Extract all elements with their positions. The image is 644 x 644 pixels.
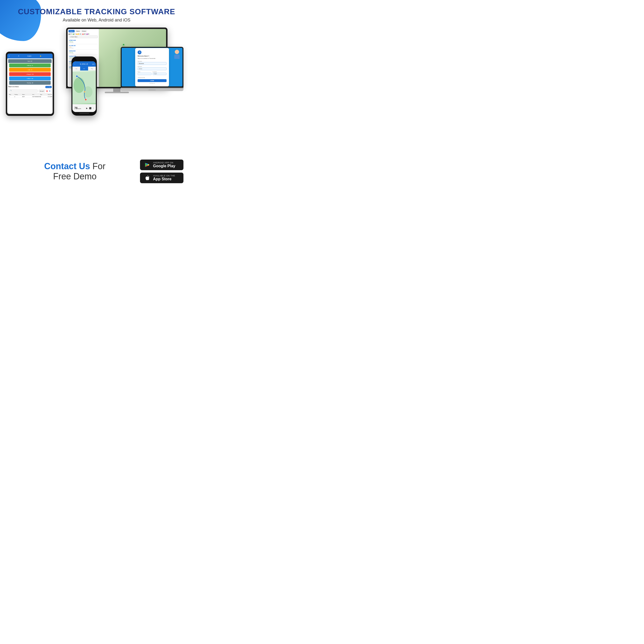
monitor-base [105,92,129,93]
store-badges-container: ANDROID APP ON Google Play Available on … [140,160,183,183]
phone-stop-icon[interactable]: ⬛ [89,107,91,109]
status-header: Object Live Status Up to Map [8,86,52,88]
phone-header: ← ta_drive_n1 ℹ ⚙ [72,61,96,67]
phone-share-icon[interactable]: ↑ [93,107,94,109]
monitor-tabs: Objects Clients Drivers [69,30,98,32]
moving-bar: ● Moving : 31 [9,63,51,67]
phone-screen: ← ta_drive_n1 ℹ ⚙ Log Info Play [72,61,96,112]
laptop-base [121,88,183,91]
back-icon[interactable]: ← [74,63,76,65]
tablet: ⊙ ☰ English 🔔 👤 Total : 427 ● Moving : 3… [6,52,54,116]
stat-stopped: 183 [82,33,86,35]
search-row: 🔍 Moving ▼ 🗑 ⬇ [8,89,52,93]
object-status-section: Object Live Status Up to Map 🔍 Moving ▼ … [7,85,53,99]
phone-play-icon[interactable]: ▶ [86,107,88,109]
svg-point-1 [74,77,85,93]
list-item: UP5BC3d56 ● Moving moments ago [69,39,98,44]
password-label: Password [138,66,167,67]
phone-frame: ← ta_drive_n1 ℹ ⚙ Log Info Play [71,56,97,116]
table-row: ✓ ● 8424* 354773360420272 vlt 07-3-2020 [8,96,52,98]
delete-icon[interactable]: 🗑 [46,90,48,92]
smartphone: ← ta_drive_n1 ℹ ⚙ Log Info Play [71,56,97,116]
idle-bar: ● Idle : 11 [9,68,51,72]
phone-settings-icon[interactable]: ⚙ [93,63,94,65]
svg-point-5 [84,91,85,93]
login-options-row: Server Language English [138,71,167,76]
table-search-input[interactable]: 🔍 [9,90,38,92]
monitor-neck [113,88,120,92]
list-item: AA-968-AW ● Idle moments ago [69,44,98,49]
main-title: CUSTOMIZABLE TRACKING SOFTWARE [5,7,188,16]
tablet-logo-icon: ⊙ [9,55,10,57]
stats-section: ● Moving : 31 ● Idle : 11 ● Stopped : 10… [7,63,53,85]
bottom-cta-section: Contact Us For Free Demo ANDROID APP ON … [0,150,193,193]
tablet-menu-icon[interactable]: ☰ [18,55,19,57]
stopped-bar: ● Stopped : 105 [9,72,51,76]
devices-section: Objects Clients Drivers 427 23 [0,28,193,134]
char-body [174,55,180,59]
login-title: Welcome Back !! [138,55,167,57]
phone-home-indicator[interactable] [79,113,89,114]
nodata-bar: ? No Data : 96 [9,81,51,85]
tab-objects[interactable]: Objects [69,30,75,32]
google-play-badge[interactable]: ANDROID APP ON Google Play [140,160,183,170]
tablet-frame: ⊙ ☰ English 🔔 👤 Total : 427 ● Moving : 3… [6,52,54,116]
copyright: © 2025 Mywonder [138,83,167,84]
google-play-text: ANDROID APP ON Google Play [153,161,175,168]
cta-line1: Contact Us For [10,161,140,171]
language-select[interactable]: English [153,73,167,75]
status-title: Object Live Status [8,86,19,87]
subtitle: Available on Web, Android and iOS [5,18,188,23]
login-subtitle: Sign in to continue to Tracwonder [138,58,167,59]
contact-us-label: Contact Us [44,161,90,171]
download-icon[interactable]: ⬇ [49,90,51,92]
cta-text-block: Contact Us For Free Demo [10,161,140,182]
char-head [175,50,179,54]
phone-title: ta_drive_n1 [80,63,88,65]
phone-info-icon[interactable]: ℹ [92,63,93,65]
tablet-notifications-icon[interactable]: 🔔 [40,55,41,57]
phone-tabs: Log Info Play [72,67,96,70]
tablet-user-icon[interactable]: 👤 [50,55,51,57]
phone-action-icons: ▶ ⬛ ↑ [86,107,94,109]
offline-bar: ● Offline : 155 [9,77,51,80]
phone-map-svg [72,70,96,104]
login-logo: ⊙ [138,50,141,54]
stat-total: 427 [69,33,72,35]
monitor-stats: 427 23 🟡 131 183 [69,33,98,35]
stat-moving: 23 [73,33,76,35]
app-store-badge[interactable]: Available on the App Store [140,173,183,183]
app-store-text: Available on the App Store [153,175,175,181]
laptop: ⊙ Welcome Back !! Sign in to continue to… [121,47,183,91]
character-illustration [173,50,181,59]
tab-info[interactable]: Info [80,67,88,70]
filter-select[interactable]: Moving ▼ [39,90,45,92]
tablet-header: ⊙ ☰ English 🔔 👤 [7,54,53,58]
stat-idle: 🟡 131 [76,33,82,35]
login-button[interactable]: LOGIN [138,79,167,82]
tab-play[interactable]: Play [88,67,96,70]
speed-display: 76 km/h [74,106,81,110]
password-input[interactable]: •••••••• [138,67,167,70]
monitor-search-input[interactable]: 🔍 Search Object... [69,35,98,38]
tablet-screen: ⊙ ☰ English 🔔 👤 Total : 427 ● Moving : 3… [7,54,53,114]
username-label: Username [138,61,167,62]
username-input[interactable]: Mywwww [138,62,167,65]
laptop-screen-inner: ⊙ Welcome Back !! Sign in to continue to… [122,48,182,86]
tab-log[interactable]: Log [72,67,80,70]
cta-demo-label: Free Demo [10,171,140,182]
tab-drivers[interactable]: Drivers [81,30,87,32]
stat-offline: 90 [86,33,89,35]
tab-clients[interactable]: Clients [75,30,81,32]
up-to-map-button[interactable]: Up to Map [45,86,52,88]
phone-notch [79,58,89,60]
server-input[interactable] [138,73,152,75]
for-label: For [92,161,105,171]
table-header: Map Parking Name Imei Type Device St [8,93,52,96]
phone-bottom-bar: 76 km/h ▶ ⬛ ↑ [72,104,96,112]
tablet-language: English [28,55,31,57]
remember-checkbox[interactable]: □ Remember Me [138,77,167,78]
apple-icon [144,175,151,181]
laptop-screen: ⊙ Welcome Back !! Sign in to continue to… [121,47,183,87]
svg-point-4 [85,99,87,100]
